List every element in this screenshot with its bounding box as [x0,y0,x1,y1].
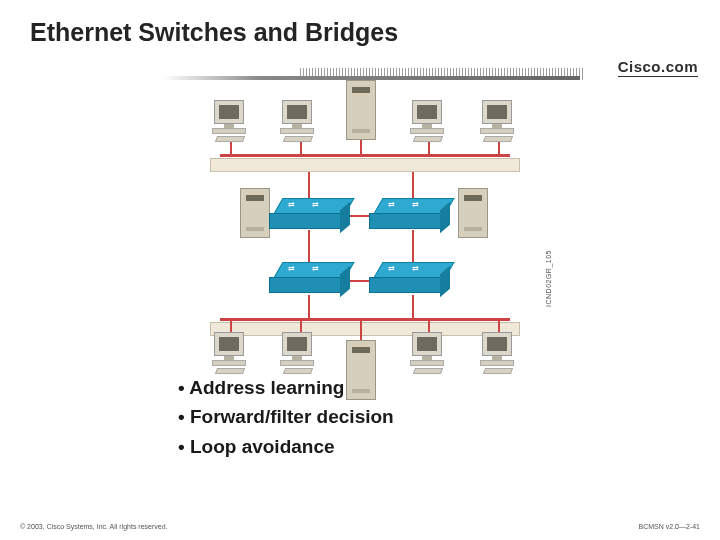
wire-drop [300,318,302,332]
server-icon [458,188,488,238]
workstation-icon [476,100,526,150]
server-icon [240,188,270,238]
diagram-caption: ICND02GR_105 [545,250,552,307]
workstation-icon [208,100,258,150]
workstation-icon [276,100,326,150]
footer-slide-number: BCMSN v2.0—2-41 [639,523,700,530]
segment-floor-top [210,158,520,172]
slide-title: Ethernet Switches and Bridges [30,18,398,47]
wire-switch-link [412,230,414,265]
wire-top-bus [220,154,510,157]
cisco-logo: Cisco.com [618,58,698,75]
wire-drop [230,318,232,332]
bullet-item: • Forward/filter decision [178,402,394,431]
wire-drop [498,318,500,332]
bullet-item: • Address learning [178,373,394,402]
workstation-icon [406,332,456,382]
bullet-list: • Address learning • Forward/filter deci… [178,373,394,461]
bullet-item: • Loop avoidance [178,432,394,461]
switch-icon: ⇄⇄ [278,198,350,230]
workstation-icon [476,332,526,382]
switch-icon: ⇄⇄ [378,198,450,230]
wire-switch-link [308,295,310,320]
footer-copyright: © 2003, Cisco Systems, Inc. All rights r… [20,523,168,530]
wire-switch-link [412,295,414,320]
wire-bottom-bus [220,318,510,321]
wire-switch-link [308,230,310,265]
switch-icon: ⇄⇄ [378,262,450,294]
slide: Ethernet Switches and Bridges Cisco.com [0,0,720,540]
wire-drop [428,318,430,332]
workstation-icon [406,100,456,150]
switch-icon: ⇄⇄ [278,262,350,294]
server-icon [346,80,376,140]
network-diagram: ⇄⇄ ⇄⇄ ⇄⇄ ⇄⇄ ICND02GR_105 [150,100,570,360]
cisco-logo-underline [618,76,698,77]
